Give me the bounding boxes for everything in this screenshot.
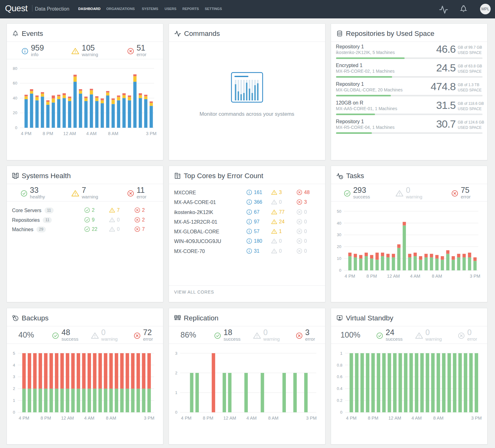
svg-text:4 PM: 4 PM bbox=[344, 274, 355, 279]
svg-text:4 AM: 4 AM bbox=[411, 416, 421, 421]
svg-text:20: 20 bbox=[337, 244, 341, 249]
svg-text:4 AM: 4 AM bbox=[84, 416, 94, 421]
svg-text:0: 0 bbox=[175, 410, 177, 415]
svg-text:0.2: 0.2 bbox=[337, 398, 342, 403]
svg-text:1: 1 bbox=[13, 398, 15, 403]
svg-text:0: 0 bbox=[339, 268, 341, 273]
svg-text:3 PM: 3 PM bbox=[144, 416, 154, 421]
svg-text:1: 1 bbox=[175, 390, 177, 395]
svg-text:8 PM: 8 PM bbox=[203, 416, 213, 421]
svg-text:3 PM: 3 PM bbox=[146, 131, 156, 136]
svg-text:30: 30 bbox=[337, 232, 341, 237]
svg-text:3 PM: 3 PM bbox=[469, 274, 480, 279]
svg-text:4 PM: 4 PM bbox=[21, 131, 31, 136]
svg-text:8 AM: 8 AM bbox=[106, 416, 116, 421]
svg-text:20: 20 bbox=[13, 110, 17, 115]
svg-text:0.8: 0.8 bbox=[337, 363, 342, 368]
svg-text:60: 60 bbox=[13, 81, 17, 85]
svg-text:12 AM: 12 AM bbox=[223, 416, 236, 421]
svg-text:40: 40 bbox=[337, 221, 341, 226]
svg-text:12 AM: 12 AM bbox=[387, 274, 400, 279]
svg-text:4 AM: 4 AM bbox=[410, 274, 420, 279]
svg-text:3: 3 bbox=[13, 374, 15, 379]
svg-text:4 PM: 4 PM bbox=[19, 416, 29, 421]
svg-text:0.4: 0.4 bbox=[337, 386, 342, 391]
svg-text:5: 5 bbox=[13, 351, 15, 356]
svg-text:4 PM: 4 PM bbox=[181, 416, 191, 421]
svg-text:8 PM: 8 PM bbox=[366, 274, 377, 279]
svg-text:8 AM: 8 AM bbox=[108, 131, 118, 136]
svg-text:8 PM: 8 PM bbox=[40, 416, 51, 421]
svg-text:0: 0 bbox=[13, 410, 15, 415]
svg-text:12 AM: 12 AM bbox=[61, 416, 74, 421]
svg-text:3: 3 bbox=[175, 351, 177, 356]
svg-text:4 AM: 4 AM bbox=[86, 131, 96, 136]
svg-text:40: 40 bbox=[13, 96, 17, 100]
svg-text:0.6: 0.6 bbox=[337, 374, 342, 379]
svg-text:2: 2 bbox=[175, 371, 177, 375]
svg-text:2: 2 bbox=[13, 386, 15, 391]
svg-text:0: 0 bbox=[340, 410, 342, 415]
svg-text:4: 4 bbox=[13, 363, 15, 368]
svg-text:8 PM: 8 PM bbox=[42, 131, 53, 136]
svg-text:80: 80 bbox=[13, 66, 17, 71]
svg-text:8 PM: 8 PM bbox=[368, 416, 378, 421]
svg-text:3 PM: 3 PM bbox=[471, 416, 482, 421]
svg-text:10: 10 bbox=[337, 256, 341, 261]
svg-text:12 AM: 12 AM bbox=[63, 131, 76, 136]
svg-text:1: 1 bbox=[340, 351, 342, 356]
svg-text:8 AM: 8 AM bbox=[433, 416, 443, 421]
svg-text:12 AM: 12 AM bbox=[388, 416, 401, 421]
svg-text:0: 0 bbox=[15, 125, 17, 130]
svg-text:50: 50 bbox=[337, 209, 341, 214]
svg-text:4 PM: 4 PM bbox=[346, 416, 357, 421]
svg-text:4 AM: 4 AM bbox=[246, 416, 257, 421]
svg-text:8 AM: 8 AM bbox=[268, 416, 278, 421]
svg-text:8 AM: 8 AM bbox=[432, 274, 442, 279]
svg-text:3 PM: 3 PM bbox=[306, 416, 316, 421]
